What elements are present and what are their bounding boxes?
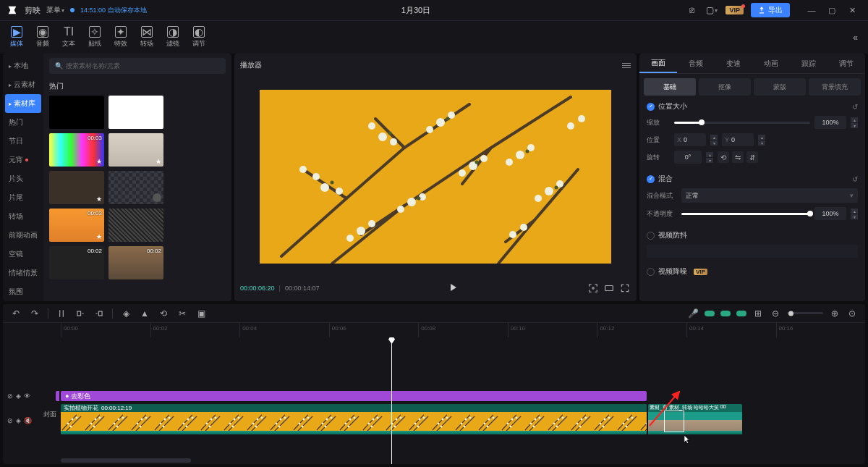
- rotate-ccw-icon[interactable]: ⟲: [718, 151, 729, 163]
- opacity-stepper[interactable]: ▴▾: [851, 209, 858, 219]
- adjustment-clip[interactable]: ● 去彩色: [61, 391, 647, 401]
- reset-position-icon[interactable]: ↺: [852, 103, 858, 111]
- timeline-ruler[interactable]: 00:0000:0200:0400:0600:0800:1000:1200:14…: [3, 323, 865, 337]
- reverse-icon[interactable]: ⟲: [158, 308, 169, 319]
- sidebar-item-atmosphere[interactable]: 氛围: [3, 282, 43, 301]
- inspector-subtab[interactable]: 蒙版: [754, 78, 806, 96]
- sidebar-item-clip-start[interactable]: 片头: [3, 169, 43, 188]
- media-thumbnail[interactable]: [109, 209, 163, 242]
- tool-tab-filter[interactable]: ◑滤镜: [161, 23, 185, 52]
- sidebar-item-local[interactable]: ▸本地: [3, 56, 43, 75]
- pos-y-stepper[interactable]: ▴▾: [758, 135, 765, 146]
- tool-tab-transition[interactable]: ⋈转场: [135, 23, 159, 52]
- preview-menu-icon[interactable]: [622, 63, 631, 68]
- opacity-value[interactable]: 100%: [814, 207, 846, 220]
- rotation-value[interactable]: 0°: [674, 151, 702, 164]
- delete-right-icon[interactable]: [93, 308, 105, 319]
- collapse-panel-icon[interactable]: «: [853, 33, 858, 43]
- sidebar-item-library[interactable]: ▸素材库: [5, 94, 41, 113]
- sidebar-item-empty[interactable]: 空镜: [3, 245, 43, 264]
- inspector-tab[interactable]: 音频: [677, 54, 715, 73]
- reset-blend-icon[interactable]: ↺: [852, 175, 858, 183]
- ratio-icon[interactable]: [603, 282, 615, 294]
- selection-box[interactable]: [664, 411, 684, 432]
- sidebar-item-holiday[interactable]: 节日: [3, 132, 43, 151]
- tool-tab-audio[interactable]: ◉音频: [30, 23, 55, 52]
- magnet-toggle[interactable]: [705, 311, 715, 316]
- zoom-in-icon[interactable]: ⊕: [829, 308, 841, 319]
- scale-value[interactable]: 100%: [814, 116, 846, 129]
- undo-icon[interactable]: ↶: [10, 308, 22, 319]
- inspector-tab[interactable]: 调节: [827, 54, 865, 73]
- delete-left-icon[interactable]: [75, 308, 86, 319]
- blend-checkbox[interactable]: ✓: [647, 175, 655, 183]
- flip-h-icon[interactable]: ⇋: [732, 151, 744, 163]
- tool-tab-effect[interactable]: ✦特效: [109, 23, 133, 52]
- sidebar-item-lantern[interactable]: 元宵: [3, 151, 43, 169]
- vip-badge[interactable]: VIP: [726, 6, 744, 14]
- media-thumbnail[interactable]: ★: [49, 171, 104, 204]
- preview-viewport[interactable]: [240, 77, 631, 277]
- mic-icon[interactable]: 🎤: [687, 308, 699, 319]
- pos-x-stepper[interactable]: ▴▾: [710, 135, 718, 146]
- export-button[interactable]: 导出: [751, 3, 790, 17]
- track-visible-icon[interactable]: ◈: [16, 392, 21, 400]
- maximize-button[interactable]: ▢: [822, 3, 842, 17]
- marker-icon[interactable]: ◈: [120, 308, 132, 319]
- media-thumbnail[interactable]: 00:02: [109, 246, 163, 279]
- position-x-input[interactable]: X0: [674, 133, 706, 146]
- split-icon[interactable]: [56, 308, 67, 319]
- sidebar-item-hot[interactable]: 热门: [3, 113, 43, 132]
- media-thumbnail[interactable]: ★: [109, 133, 163, 167]
- preview-toggle[interactable]: [736, 311, 746, 316]
- mirror-icon[interactable]: ▣: [195, 308, 207, 319]
- media-thumbnail[interactable]: 00:03★: [49, 133, 104, 167]
- inspector-tab[interactable]: 跟踪: [790, 54, 827, 73]
- inspector-tab[interactable]: 动画: [752, 54, 790, 73]
- close-button[interactable]: ✕: [842, 3, 862, 17]
- inspector-subtab[interactable]: 抠像: [699, 78, 751, 96]
- minimize-button[interactable]: —: [801, 3, 822, 17]
- track-mute-icon[interactable]: 🔇: [24, 417, 32, 424]
- sidebar-item-emotion[interactable]: 情绪情景: [3, 264, 43, 282]
- position-y-input[interactable]: Y0: [722, 133, 754, 146]
- focus-frame-icon[interactable]: [587, 282, 599, 294]
- search-input[interactable]: 🔍 搜索素材名称/元素: [49, 58, 226, 74]
- media-thumbnail[interactable]: 00:03★: [49, 209, 104, 242]
- blend-mode-select[interactable]: 正常▾: [681, 188, 858, 203]
- crop-icon[interactable]: ✂: [176, 308, 188, 319]
- zoom-out-icon[interactable]: ⊖: [770, 308, 781, 319]
- sidebar-item-clip-end[interactable]: 片尾: [3, 188, 43, 207]
- tool-tab-text[interactable]: TI文本: [56, 23, 81, 52]
- video-clip-2[interactable]: 素材_剪素材_转场哈哈哈大笑00: [648, 404, 742, 434]
- inspector-subtab[interactable]: 基础: [644, 78, 696, 96]
- inspector-subtab[interactable]: 背景填充: [809, 78, 861, 96]
- inspector-tab[interactable]: 变速: [715, 54, 752, 73]
- flip-v-icon[interactable]: ⇵: [746, 151, 758, 163]
- media-thumbnail[interactable]: 00:02: [49, 246, 104, 279]
- stabilize-checkbox[interactable]: [647, 232, 655, 240]
- opacity-slider[interactable]: [681, 213, 810, 215]
- track-mute-icon[interactable]: 👁: [24, 392, 30, 400]
- link-toggle[interactable]: [720, 311, 731, 316]
- tool-tab-adjust[interactable]: ◐调节: [187, 23, 211, 52]
- timeline-body[interactable]: ⊘ ◈ 👁 ● 去彩色 ⊘ ◈ 🔇 封面 实拍植物开花 00:00:12:19 …: [3, 337, 865, 464]
- sidebar-item-overlay[interactable]: 前期动画: [3, 226, 43, 245]
- play-button[interactable]: [450, 284, 457, 293]
- playhead[interactable]: [391, 337, 392, 464]
- redo-icon[interactable]: ↷: [29, 308, 41, 319]
- media-thumbnail[interactable]: [109, 171, 163, 204]
- tool-tab-media[interactable]: ▶媒体: [4, 23, 29, 52]
- rotation-stepper[interactable]: ▴▾: [706, 152, 713, 163]
- zoom-slider[interactable]: [787, 312, 823, 314]
- scale-stepper[interactable]: ▴▾: [851, 117, 858, 128]
- freeze-icon[interactable]: ▲: [139, 308, 150, 319]
- track-lock-icon[interactable]: ⊘: [7, 417, 13, 424]
- fullscreen-icon[interactable]: [619, 282, 631, 294]
- denoise-checkbox[interactable]: [647, 268, 655, 276]
- media-thumbnail[interactable]: [109, 96, 163, 129]
- scale-slider[interactable]: [674, 122, 810, 124]
- zoom-fit-icon[interactable]: ⊙: [846, 308, 858, 319]
- position-checkbox[interactable]: ✓: [647, 103, 655, 111]
- tool-tab-sticker[interactable]: ✧贴纸: [82, 23, 107, 52]
